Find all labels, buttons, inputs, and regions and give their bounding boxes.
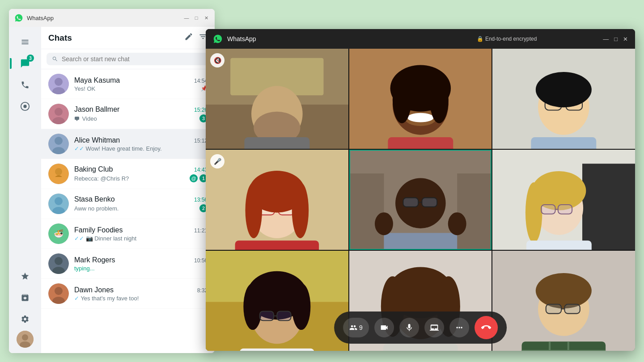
chat-header: Chats — [41, 27, 215, 49]
chat-header-actions — [184, 32, 208, 43]
chat-info: Maya Kasuma 14:54 Yes! OK 📌 — [74, 76, 208, 92]
sidebar-archived-button[interactable] — [15, 288, 35, 307]
mic-toggle-button[interactable] — [399, 318, 419, 337]
search-input[interactable] — [62, 55, 204, 63]
new-chat-button[interactable] — [184, 32, 193, 43]
avatar — [48, 283, 69, 304]
svg-rect-55 — [235, 240, 319, 250]
search-icon — [52, 56, 58, 62]
user-profile-button[interactable] — [17, 331, 34, 348]
svg-point-3 — [22, 334, 28, 341]
chat-name: Mark Rogers — [74, 256, 115, 264]
close-button[interactable]: ✕ — [203, 15, 209, 21]
chat-item-maya-kasuma[interactable]: Maya Kasuma 14:54 Yes! OK 📌 — [41, 69, 215, 99]
video-cell-6 — [492, 150, 635, 250]
video-cell-1: 🔇 — [206, 49, 348, 149]
chat-preview: Rebecca: @Chris R? — [74, 175, 188, 182]
call-controls: 9 — [334, 311, 507, 344]
svg-rect-90 — [260, 311, 274, 320]
more-options-icon — [455, 323, 464, 332]
svg-rect-91 — [277, 311, 291, 320]
chat-preview: Video — [74, 115, 198, 122]
svg-point-40 — [407, 113, 433, 122]
chat-name: Stasa Benko — [74, 195, 115, 203]
chat-name: Maya Kasuma — [74, 76, 120, 84]
mention-badge: @ — [190, 174, 198, 182]
video-cell-9 — [492, 251, 635, 351]
video-toggle-button[interactable] — [374, 318, 394, 337]
chat-info: Stasa Benko 13:56 Aww no problem. 2 — [74, 195, 208, 212]
svg-point-42 — [392, 77, 411, 123]
whatsapp-logo-icon — [14, 13, 23, 22]
search-input-wrap[interactable] — [47, 53, 209, 65]
svg-rect-68 — [384, 233, 457, 249]
svg-rect-100 — [383, 344, 458, 351]
svg-rect-44 — [388, 137, 453, 149]
svg-rect-80 — [558, 205, 572, 214]
video-cell-2 — [349, 49, 492, 149]
video-camera-icon — [380, 323, 389, 332]
main-window-controls: — □ ✕ — [183, 15, 209, 21]
chat-item-stasa-benko[interactable]: Stasa Benko 13:56 Aww no problem. 2 — [41, 189, 215, 219]
chat-name: Alice Whitman — [74, 136, 120, 144]
svg-point-88 — [243, 283, 262, 330]
chat-item-jason-ballmer[interactable]: Jason Ballmer 15:26 Video 3 — [41, 99, 215, 129]
chat-info: Family Foodies 11:21 ✓✓ 📷 Dinner last ni… — [74, 226, 208, 242]
avatar — [48, 104, 69, 124]
svg-point-14 — [55, 137, 63, 145]
svg-rect-65 — [350, 173, 384, 249]
avatar — [48, 74, 69, 94]
end-call-button[interactable] — [475, 316, 498, 339]
sidebar-menu-button[interactable] — [15, 32, 35, 52]
svg-rect-52 — [531, 137, 597, 149]
avatar — [48, 164, 69, 184]
chat-name: Jason Ballmer — [74, 105, 119, 114]
chat-item-family-foodies[interactable]: 🍜 Family Foodies 11:21 ✓✓ 📷 Dinner last … — [41, 219, 215, 249]
sidebar-status-button[interactable] — [15, 97, 35, 116]
mic-muted-indicator-4: 🎤 — [210, 154, 225, 168]
chat-name: Baking Club — [74, 165, 113, 173]
sidebar-settings-button[interactable] — [15, 309, 35, 329]
chat-preview: Aww no problem. — [74, 205, 198, 212]
svg-point-62 — [292, 182, 309, 238]
chat-info: Alice Whitman 15:12 ✓✓ Wow! Have great t… — [74, 136, 208, 152]
chat-item-baking-club[interactable]: Baking Club 14:43 Rebecca: @Chris R? @ 1 — [41, 159, 215, 189]
video-close-button[interactable]: ✕ — [623, 36, 628, 42]
sidebar-calls-button[interactable] — [15, 75, 35, 95]
svg-rect-79 — [542, 205, 555, 214]
video-window-controls: — □ ✕ — [603, 36, 628, 42]
minimize-button[interactable]: — — [183, 15, 190, 21]
sidebar: 3 — [9, 27, 41, 353]
video-cell-7 — [206, 251, 348, 351]
chat-item-dawn-jones[interactable]: Dawn Jones 8:32 ✓ Yes that's my fave too… — [41, 279, 215, 309]
participants-icon — [349, 324, 357, 332]
svg-rect-105 — [546, 304, 561, 314]
svg-point-89 — [292, 283, 311, 330]
more-options-button[interactable] — [449, 318, 469, 337]
svg-rect-108 — [522, 341, 606, 351]
participants-button[interactable]: 9 — [343, 318, 369, 337]
video-titlebar: WhatsApp 🔒 End-to-end encrypted — □ ✕ — [206, 29, 635, 49]
chat-info: Mark Rogers 10:56 typing... — [74, 256, 208, 272]
chat-item-alice-whitman[interactable]: Alice Whitman 15:12 ✓✓ Wow! Have great t… — [41, 129, 215, 159]
mic-muted-indicator-1: 🔇 — [210, 53, 225, 67]
chat-item-mark-rogers[interactable]: Mark Rogers 10:56 typing... — [41, 249, 215, 279]
screen-share-button[interactable] — [424, 318, 444, 337]
sidebar-chats-button[interactable]: 3 — [15, 54, 35, 73]
chat-info: Dawn Jones 8:32 ✓ Yes that's my fave too… — [74, 286, 208, 302]
video-window-title: WhatsApp — [227, 35, 411, 42]
chat-preview: Yes! OK — [74, 85, 199, 92]
maximize-button[interactable]: □ — [193, 15, 199, 21]
video-maximize-button[interactable]: □ — [614, 36, 618, 42]
video-minimize-button[interactable]: — — [603, 36, 609, 42]
chat-name: Family Foodies — [74, 226, 123, 234]
screen-share-icon — [430, 323, 439, 332]
sidebar-starred-button[interactable] — [15, 266, 35, 286]
whatsapp-video-logo-icon — [213, 34, 223, 44]
chat-preview: ✓✓ 📷 Dinner last night — [74, 235, 208, 242]
chat-list: Maya Kasuma 14:54 Yes! OK 📌 — [41, 69, 215, 346]
microphone-icon — [405, 323, 414, 332]
avatar — [48, 194, 69, 214]
chat-name: Dawn Jones — [74, 286, 114, 294]
main-window-title: WhatsApp — [27, 15, 180, 21]
